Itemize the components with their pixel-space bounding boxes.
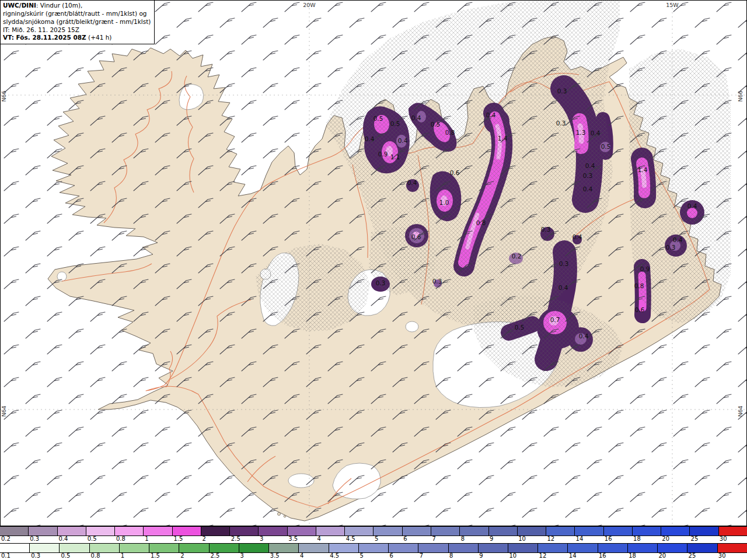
precip-value-label: 0.3 [556,120,566,127]
precip-value-label: 0.6 [450,169,460,176]
colorbar-tick-label: 3.5 [269,552,280,559]
precip-value-label: 0.4 [585,162,595,169]
colorbar-tick-label: 1.5 [172,536,183,542]
colorbar-tick-label: 4.5 [329,552,339,559]
colorbar-tick-label: 16 [598,552,606,559]
precip-value-label: 0.4 [407,179,417,186]
colorbar-tick-label: 5 [358,552,363,559]
colorbar-tick-label: 1 [144,536,148,542]
legend-box: UWC/DINI: Vindur (10m), rigning/skúrir (… [0,0,155,44]
valid-time: VT: Fös. 28.11.2025 08Z [3,34,86,41]
colorbar-cell [28,527,57,536]
colorbar-tick-label: 0.3 [30,552,40,559]
graticule-label: N64 [737,405,743,416]
precip-value-label: 0.6 [411,233,421,240]
colorbar-snow-strip [0,526,747,536]
wind-barbs-field [0,0,747,526]
graticule-label: 15W [666,2,679,8]
precip-value-label: 0.3 [557,88,567,94]
colorbar-tick-label: 0.8 [90,552,100,559]
graticule-label: 20W [303,2,316,8]
colorbar-cell [567,544,597,552]
precip-value-label: 0.9 [640,265,650,272]
legend-line-title: UWC/DINI: Vindur (10m), [3,2,151,10]
colorbar-snow: 0.20.30.40.50.811.522.533.544.5567891012… [0,526,747,543]
precip-value-label: 1.3 [576,129,586,136]
precip-value-label: 0.3 [583,172,593,179]
colorbar-cell [149,544,179,552]
colorbar-tick-label: 8 [460,536,465,542]
colorbar-cell [89,544,119,552]
graticule-label: N64 [1,405,7,416]
precip-value-label: 0.5 [601,143,611,150]
colorbar-tick-label: 0.4 [57,536,68,542]
model-name: UWC/DINI [3,2,36,9]
colorbar-tick-label: 30 [717,552,726,559]
colorbar-cell [687,544,717,552]
colorbar-cell [459,527,488,536]
colorbar-cell [373,527,402,536]
colorbar-tick-label: 0.3 [29,536,39,542]
precip-value-label: 0.6 [635,306,645,313]
colorbar-tick-label: 7 [431,536,435,542]
colorbar-cell [172,527,201,536]
colorbar-cell [418,544,448,552]
colorbar-tick-label: 0.5 [60,552,70,559]
colorbar-tick-label: 14 [568,552,577,559]
colorbars: 0.20.30.40.50.811.522.533.544.5567891012… [0,526,747,560]
colorbar-cell [329,544,358,552]
colorbar-tick-label: 1 [120,552,124,559]
colorbar-tick-label: 4 [299,552,303,559]
precip-value-label: 0.4 [558,284,568,291]
colorbar-cell [287,527,316,536]
colorbar-cell [717,544,747,552]
colorbar-tick-label: 0.5 [86,536,97,542]
precip-value-label: 0.4 [573,233,582,240]
colorbar-tick-label: 12 [546,536,554,542]
colorbar-cell [603,527,632,536]
precip-value-label: 0.5 [374,115,383,122]
precip-value-label: 1.4 [638,166,648,173]
precip-value-label: 0.4 [673,236,683,243]
precip-value-label: 0.3 [541,226,551,233]
colorbar-cell [86,527,114,536]
weather-map-stage: 0.50.50.40.40.91.10.40.50.80.41.40.80.20… [0,0,747,560]
colorbar-cell [114,527,143,536]
legend-valid-time-line: VT: Fös. 28.11.2025 08Z (+41 h) [3,34,151,42]
colorbar-cell [689,527,718,536]
colorbar-cell [268,544,298,552]
colorbar-cell [546,527,574,536]
colorbar-cell [537,544,567,552]
precip-value-label: 0.4 [583,186,593,192]
valid-time-offset: (+41 h) [86,34,112,41]
colorbar-cell [718,527,747,536]
legend-init-time: IT: Mið. 26. 11. 2025 15Z [3,26,151,34]
colorbar-cell [448,544,478,552]
colorbar-cell [358,544,388,552]
colorbar-tick-label: 30 [718,536,727,542]
colorbar-cell [209,544,239,552]
precip-value-label: 0.8 [634,282,644,289]
colorbar-cell [119,544,149,552]
colorbar-tick-label: 1.5 [149,552,160,559]
colorbar-tick-label: 10 [508,552,516,559]
colorbar-tick-label: 4.5 [345,536,355,542]
graticule-label: N66 [737,90,743,102]
colorbar-tick-label: 9 [488,536,493,542]
colorbar-cell [239,544,268,552]
map-canvas: 0.50.50.40.40.91.10.40.50.80.41.40.80.20… [0,0,747,526]
colorbar-cell [517,527,546,536]
colorbar-cell [661,527,689,536]
colorbar-cell [29,544,59,552]
colorbar-tick-label: 18 [627,552,636,559]
colorbar-tick-label: 3 [239,552,244,559]
colorbar-tick-label: 18 [632,536,641,542]
legend-line-snow: slydda/snjókoma (grátt/bleikt/grænt - mm… [3,18,151,26]
colorbar-cell [402,527,431,536]
precip-value-label: 1.0 [439,199,449,206]
colorbar-tick-label: 2 [201,536,206,542]
precip-value-label: 0.4 [398,137,408,144]
colorbar-tick-label: 25 [687,552,696,559]
precip-value-label: 1.4 [498,135,508,142]
colorbar-cell [388,544,418,552]
